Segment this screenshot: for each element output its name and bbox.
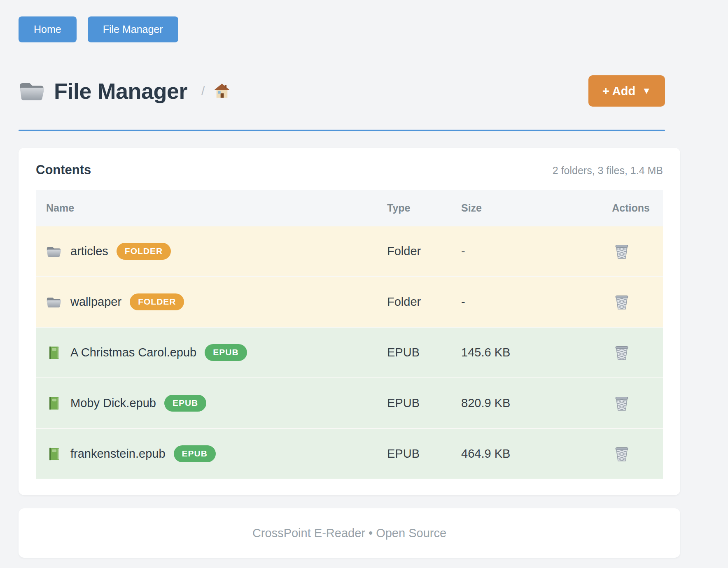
size-cell: 820.9 KB [461, 378, 562, 428]
contents-card-header: Contents 2 folders, 3 files, 1.4 MB [36, 163, 663, 177]
page-title: File Manager / [19, 78, 230, 104]
house-icon [214, 83, 230, 99]
footer-text: CrossPoint E-Reader • Open Source [252, 526, 446, 540]
column-header-type: Type [387, 190, 461, 226]
page: Home File Manager File Manager / + Add ▼… [0, 0, 728, 558]
file-name: wallpaper [70, 295, 121, 309]
type-cell: EPUB [387, 378, 461, 428]
file-name: frankenstein.epub [70, 447, 166, 461]
trash-icon [614, 395, 629, 412]
contents-card: Contents 2 folders, 3 files, 1.4 MB Name… [19, 148, 680, 495]
name-cell: wallpaper FOLDER [36, 277, 387, 327]
type-badge: EPUB [205, 344, 247, 361]
page-title-text: File Manager [54, 78, 187, 104]
green-book-icon [46, 447, 61, 461]
file-name: Moby Dick.epub [70, 396, 156, 410]
green-book-icon [46, 396, 61, 410]
actions-cell [562, 378, 663, 428]
type-badge: EPUB [174, 445, 216, 462]
contents-title: Contents [36, 163, 91, 177]
contents-summary: 2 folders, 3 files, 1.4 MB [553, 165, 663, 177]
trash-icon [614, 446, 629, 462]
caret-down-icon: ▼ [642, 86, 651, 96]
folder-icon [46, 295, 61, 309]
footer: CrossPoint E-Reader • Open Source [19, 508, 680, 558]
file-name: articles [70, 244, 108, 258]
delete-button[interactable] [614, 395, 629, 412]
delete-button[interactable] [614, 243, 629, 260]
table-row[interactable]: Moby Dick.epub EPUB EPUB 820.9 KB [36, 378, 663, 428]
name-cell: articles FOLDER [36, 226, 387, 277]
nav-home-button[interactable]: Home [19, 16, 77, 42]
header-divider [19, 130, 665, 131]
file-name: A Christmas Carol.epub [70, 346, 196, 359]
green-book-icon [46, 346, 61, 360]
size-cell: 145.6 KB [461, 327, 562, 378]
delete-button[interactable] [614, 345, 629, 361]
table-row[interactable]: wallpaper FOLDER Folder - [36, 277, 663, 327]
name-cell: Moby Dick.epub EPUB [36, 378, 387, 428]
actions-cell [562, 327, 663, 378]
type-cell: EPUB [387, 327, 461, 378]
table-row[interactable]: frankenstein.epub EPUB EPUB 464.9 KB [36, 428, 663, 479]
type-badge: FOLDER [130, 293, 184, 310]
name-cell: frankenstein.epub EPUB [36, 428, 387, 479]
table-row[interactable]: articles FOLDER Folder - [36, 226, 663, 277]
type-badge: FOLDER [117, 243, 171, 260]
column-header-size: Size [461, 190, 562, 226]
type-cell: EPUB [387, 428, 461, 479]
name-cell: A Christmas Carol.epub EPUB [36, 327, 387, 378]
actions-cell [562, 428, 663, 479]
breadcrumb-home[interactable] [214, 83, 230, 99]
folder-icon [19, 80, 45, 102]
trash-icon [614, 345, 629, 361]
size-cell: 464.9 KB [461, 428, 562, 479]
size-cell: - [461, 277, 562, 327]
breadcrumb-separator: / [201, 84, 205, 98]
add-button-label: + Add [602, 84, 635, 98]
file-table: Name Type Size Actions articles FOLDER F… [36, 190, 663, 479]
column-header-name: Name [36, 190, 387, 226]
size-cell: - [461, 226, 562, 277]
folder-icon [46, 244, 61, 258]
trash-icon [614, 294, 629, 310]
top-nav: Home File Manager [19, 16, 709, 42]
actions-cell [562, 277, 663, 327]
add-button[interactable]: + Add ▼ [588, 75, 665, 107]
nav-file-manager-button[interactable]: File Manager [88, 16, 178, 42]
type-cell: Folder [387, 277, 461, 327]
file-table-header: Name Type Size Actions [36, 190, 663, 226]
trash-icon [614, 243, 629, 260]
page-header: File Manager / + Add ▼ [19, 75, 709, 131]
type-badge: EPUB [164, 395, 206, 412]
column-header-actions: Actions [562, 190, 663, 226]
delete-button[interactable] [614, 294, 629, 310]
type-cell: Folder [387, 226, 461, 277]
table-row[interactable]: A Christmas Carol.epub EPUB EPUB 145.6 K… [36, 327, 663, 378]
delete-button[interactable] [614, 446, 629, 462]
actions-cell [562, 226, 663, 277]
